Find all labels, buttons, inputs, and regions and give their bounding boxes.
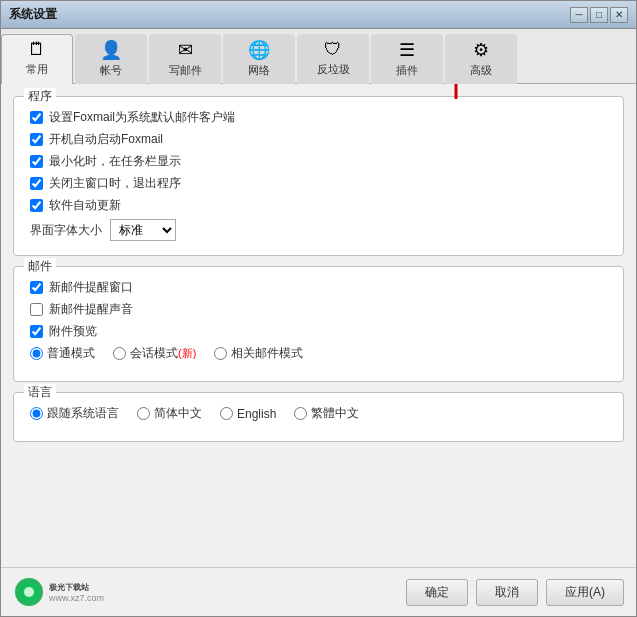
compose-icon: ✉	[178, 39, 193, 61]
radio-english-label: English	[237, 407, 276, 421]
radio-normal-mode[interactable]: 普通模式	[30, 345, 95, 362]
tab-compose-label: 写邮件	[169, 63, 202, 78]
mail-section: 邮件 新邮件提醒窗口 新邮件提醒声音 附件预览 普通模式	[13, 266, 624, 382]
checkbox-default-client-label: 设置Foxmail为系统默认邮件客户端	[49, 109, 235, 126]
tab-bar: 🗒 常用 👤 帐号 ✉ 写邮件 🌐 网络 🛡 反垃圾 ☰ 插件 ⚙ 高级	[1, 29, 636, 84]
bottom-bar: 极光下载站 www.xz7.com 确定 取消 应用(A)	[1, 567, 636, 616]
radio-traditional-chinese[interactable]: 繁體中文	[294, 405, 359, 422]
radio-system-lang-label: 跟随系统语言	[47, 405, 119, 422]
mail-section-title: 邮件	[24, 258, 56, 275]
checkbox-attach-preview-label: 附件预览	[49, 323, 97, 340]
program-section: 程序 设置Foxmail为系统默认邮件客户端 开机自动启动Foxmail 最小化…	[13, 96, 624, 256]
antispam-icon: 🛡	[324, 39, 342, 60]
checkbox-minimize[interactable]	[30, 155, 43, 168]
checkbox-autostart[interactable]	[30, 133, 43, 146]
minimize-button[interactable]: ─	[570, 7, 588, 23]
title-bar: 系统设置 ─ □ ✕	[1, 1, 636, 29]
radio-normal-label: 普通模式	[47, 345, 95, 362]
tab-compose[interactable]: ✉ 写邮件	[149, 34, 221, 84]
checkbox-notify-sound-row: 新邮件提醒声音	[30, 301, 607, 318]
checkbox-default-client-row: 设置Foxmail为系统默认邮件客户端	[30, 109, 607, 126]
watermark-area: 极光下载站 www.xz7.com	[13, 576, 112, 608]
checkbox-auto-update[interactable]	[30, 199, 43, 212]
network-icon: 🌐	[248, 39, 270, 61]
tab-network-label: 网络	[248, 63, 270, 78]
checkbox-close-exit-label: 关闭主窗口时，退出程序	[49, 175, 181, 192]
general-icon: 🗒	[28, 39, 46, 60]
radio-conversation-mode[interactable]: 会话模式(新)	[113, 345, 196, 362]
tab-network[interactable]: 🌐 网络	[223, 34, 295, 84]
radio-english-input[interactable]	[220, 407, 233, 420]
window-title: 系统设置	[9, 6, 57, 23]
close-button[interactable]: ✕	[610, 7, 628, 23]
tab-account-label: 帐号	[100, 63, 122, 78]
checkbox-close-exit[interactable]	[30, 177, 43, 190]
radio-traditional-input[interactable]	[294, 407, 307, 420]
main-window: 系统设置 ─ □ ✕ 🗒 常用 👤 帐号 ✉ 写邮件 🌐 网络 🛡 反垃圾	[0, 0, 637, 617]
tab-antispam[interactable]: 🛡 反垃圾	[297, 34, 369, 84]
program-section-title: 程序	[24, 88, 56, 105]
advanced-icon: ⚙	[473, 39, 489, 61]
tab-antispam-label: 反垃圾	[317, 62, 350, 77]
radio-related-input[interactable]	[214, 347, 227, 360]
checkbox-attach-preview-row: 附件预览	[30, 323, 607, 340]
radio-simplified-input[interactable]	[137, 407, 150, 420]
content-area: 程序 设置Foxmail为系统默认邮件客户端 开机自动启动Foxmail 最小化…	[1, 84, 636, 567]
radio-system-lang-input[interactable]	[30, 407, 43, 420]
language-section-title: 语言	[24, 384, 56, 401]
checkbox-auto-update-row: 软件自动更新	[30, 197, 607, 214]
watermark-text: 极光下载站 www.xz7.com	[49, 582, 112, 603]
radio-conversation-input[interactable]	[113, 347, 126, 360]
tab-advanced[interactable]: ⚙ 高级	[445, 34, 517, 84]
watermark-url: www.xz7.com	[49, 593, 104, 603]
checkbox-attach-preview[interactable]	[30, 325, 43, 338]
checkbox-auto-update-label: 软件自动更新	[49, 197, 121, 214]
checkbox-autostart-label: 开机自动启动Foxmail	[49, 131, 163, 148]
new-badge: (新)	[178, 347, 196, 359]
ok-button[interactable]: 确定	[406, 579, 468, 606]
window-controls: ─ □ ✕	[570, 7, 628, 23]
tab-account[interactable]: 👤 帐号	[75, 34, 147, 84]
radio-traditional-label: 繁體中文	[311, 405, 359, 422]
cancel-button[interactable]: 取消	[476, 579, 538, 606]
tab-plugin-label: 插件	[396, 63, 418, 78]
language-section: 语言 跟随系统语言 简体中文 English 繁體中文	[13, 392, 624, 442]
maximize-button[interactable]: □	[590, 7, 608, 23]
checkbox-minimize-label: 最小化时，在任务栏显示	[49, 153, 181, 170]
plugin-icon: ☰	[399, 39, 415, 61]
checkbox-notify-sound-label: 新邮件提醒声音	[49, 301, 133, 318]
checkbox-notify-window-row: 新邮件提醒窗口	[30, 279, 607, 296]
tab-general[interactable]: 🗒 常用	[1, 34, 73, 84]
tab-general-label: 常用	[26, 62, 48, 77]
view-mode-row: 普通模式 会话模式(新) 相关邮件模式	[30, 345, 607, 362]
svg-point-4	[24, 587, 34, 597]
radio-english[interactable]: English	[220, 407, 276, 421]
checkbox-default-client[interactable]	[30, 111, 43, 124]
font-size-row: 界面字体大小 标准 小 大	[30, 219, 607, 241]
tab-plugin[interactable]: ☰ 插件	[371, 34, 443, 84]
radio-simplified-chinese[interactable]: 简体中文	[137, 405, 202, 422]
apply-button[interactable]: 应用(A)	[546, 579, 624, 606]
radio-system-lang[interactable]: 跟随系统语言	[30, 405, 119, 422]
radio-simplified-label: 简体中文	[154, 405, 202, 422]
tab-advanced-label: 高级	[470, 63, 492, 78]
language-row: 跟随系统语言 简体中文 English 繁體中文	[30, 405, 607, 422]
radio-related-label: 相关邮件模式	[231, 345, 303, 362]
checkbox-notify-sound[interactable]	[30, 303, 43, 316]
checkbox-notify-window-label: 新邮件提醒窗口	[49, 279, 133, 296]
font-size-label: 界面字体大小	[30, 222, 102, 239]
checkbox-minimize-row: 最小化时，在任务栏显示	[30, 153, 607, 170]
font-size-select[interactable]: 标准 小 大	[110, 219, 176, 241]
checkbox-autostart-row: 开机自动启动Foxmail	[30, 131, 607, 148]
account-icon: 👤	[100, 39, 122, 61]
radio-conversation-label: 会话模式(新)	[130, 345, 196, 362]
checkbox-notify-window[interactable]	[30, 281, 43, 294]
checkbox-close-exit-row: 关闭主窗口时，退出程序	[30, 175, 607, 192]
radio-normal-input[interactable]	[30, 347, 43, 360]
radio-related-mode[interactable]: 相关邮件模式	[214, 345, 303, 362]
logo-icon	[13, 576, 45, 608]
